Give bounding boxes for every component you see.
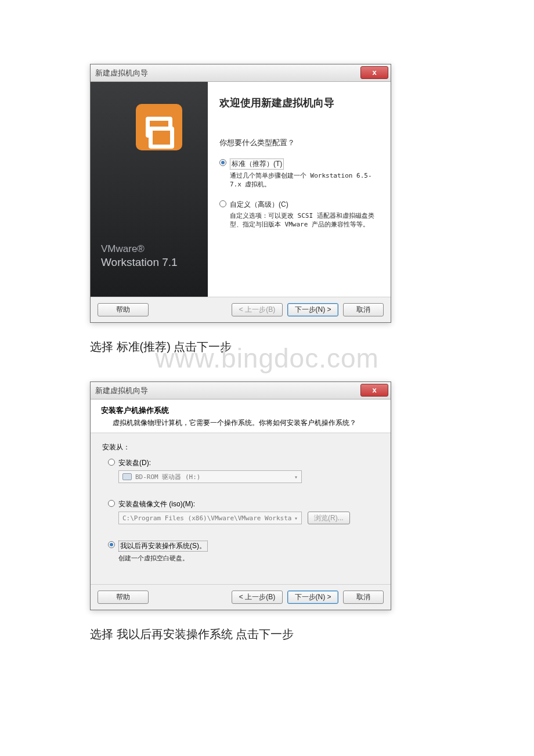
help-button[interactable]: 帮助 [98, 591, 149, 604]
titlebar: 新建虚拟机向导 x [91, 382, 391, 399]
cancel-button[interactable]: 取消 [343, 303, 384, 316]
back-button[interactable]: < 上一步(B) [232, 303, 283, 316]
radio-custom-label: 自定义（高级）(C) [230, 200, 288, 210]
radio-install-later[interactable]: 我以后再安装操作系统(S)。 [108, 541, 379, 552]
button-row: 帮助 < 上一步(B) 下一步(N) > 取消 [91, 584, 391, 610]
close-button[interactable]: x [360, 384, 388, 397]
radio-install-iso[interactable]: 安装盘镜像文件 (iso)(M): [108, 499, 379, 509]
wizard-header: 安装客户机操作系统 虚拟机就像物理计算机，它需要一个操作系统。你将如何安装客户机… [91, 399, 391, 433]
help-button[interactable]: 帮助 [98, 303, 149, 316]
iso-path-input[interactable]: C:\Program Files (x86)\VMware\VMware Wor… [118, 512, 302, 524]
install-from-label: 安装从： [102, 442, 379, 452]
cancel-button[interactable]: 取消 [343, 591, 384, 604]
later-description: 创建一个虚拟空白硬盘。 [118, 554, 379, 563]
wizard-welcome: 新建虚拟机向导 x VMware® Workstation 7.1 欢迎使用新建… [90, 64, 391, 323]
wizard-content: 欢迎使用新建虚拟机向导 你想要什么类型配置？ 标准（推荐）(T) 通过几个简单步… [208, 82, 391, 297]
next-button[interactable]: 下一步(N) > [287, 591, 338, 604]
button-row: 帮助 < 上一步(B) 下一步(N) > 取消 [91, 297, 391, 322]
radio-custom[interactable]: 自定义（高级）(C) [219, 200, 379, 210]
window-title: 新建虚拟机向导 [95, 68, 148, 78]
wizard-install-os: 新建虚拟机向导 x 安装客户机操作系统 虚拟机就像物理计算机，它需要一个操作系统… [90, 381, 391, 610]
back-button[interactable]: < 上一步(B) [232, 591, 283, 604]
radio-icon [108, 541, 115, 548]
brand-version: Workstation 7.1 [101, 256, 178, 269]
brand-text: VMware® [101, 243, 145, 255]
vmware-logo-icon [136, 104, 182, 150]
wizard-question: 你想要什么类型配置？ [219, 138, 379, 148]
chevron-down-icon: ▾ [294, 474, 298, 480]
disc-drive-select[interactable]: BD-ROM 驱动器 (H:) ▾ [118, 470, 302, 483]
close-icon: x [372, 68, 376, 77]
watermark-text: www.bingdoc.com [0, 343, 534, 374]
close-icon: x [372, 386, 376, 394]
wizard-side-graphic: VMware® Workstation 7.1 [91, 82, 208, 297]
radio-icon [108, 500, 115, 507]
disc-icon [122, 473, 132, 480]
radio-icon [219, 200, 226, 207]
radio-standard[interactable]: 标准（推荐）(T) [219, 159, 379, 170]
instruction-caption-2: 选择 我以后再安装操作系统 点击下一步 [90, 627, 444, 642]
wizard-header-desc: 虚拟机就像物理计算机，它需要一个操作系统。你将如何安装客户机操作系统？ [113, 418, 380, 428]
chevron-down-icon: ▾ [294, 515, 298, 521]
radio-standard-label: 标准（推荐）(T) [230, 159, 284, 170]
next-button[interactable]: 下一步(N) > [287, 303, 338, 316]
radio-icon [108, 459, 115, 466]
disc-drive-value: BD-ROM 驱动器 (H:) [135, 473, 200, 481]
titlebar: 新建虚拟机向导 x [91, 64, 391, 82]
wizard-body: 安装从： 安装盘(D): BD-ROM 驱动器 (H:) ▾ 安装盘镜像文件 (… [91, 433, 391, 584]
radio-later-label: 我以后再安装操作系统(S)。 [118, 541, 208, 552]
radio-icon [219, 159, 226, 166]
iso-path-value: C:\Program Files (x86)\VMware\VMware Wor… [122, 514, 291, 522]
wizard-heading: 欢迎使用新建虚拟机向导 [219, 96, 379, 110]
close-button[interactable]: x [360, 66, 388, 79]
standard-description: 通过几个简单步骤创建一个 Workstation 6.5-7.x 虚拟机。 [230, 172, 379, 189]
custom-description: 自定义选项：可以更改 SCSI 适配器和虚拟磁盘类型、指定与旧版本 VMware… [230, 212, 379, 229]
radio-iso-label: 安装盘镜像文件 (iso)(M): [118, 499, 195, 509]
window-title: 新建虚拟机向导 [95, 386, 148, 396]
browse-button[interactable]: 浏览(R)... [308, 512, 350, 524]
radio-disc-label: 安装盘(D): [118, 458, 151, 468]
wizard-header-title: 安装客户机操作系统 [101, 405, 380, 416]
radio-install-disc[interactable]: 安装盘(D): [108, 458, 379, 468]
